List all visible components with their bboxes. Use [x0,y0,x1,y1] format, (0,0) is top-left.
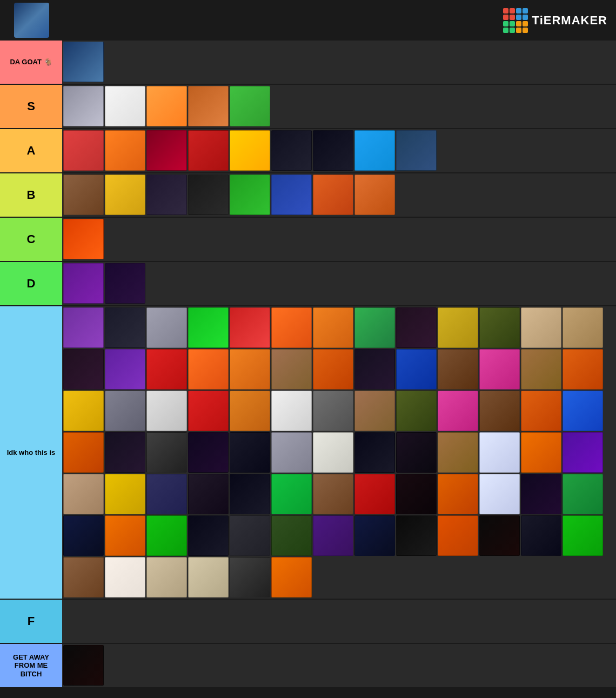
avatar-cell [354,349,395,390]
avatar-cell [188,349,229,390]
header-left [9,3,49,38]
avatar-cell [230,391,270,431]
tier-row-c: C [0,218,616,262]
header-avatar [14,3,49,38]
avatar-cell [479,515,520,556]
tier-content-s [62,85,616,128]
avatar-cell [479,391,520,431]
avatar-cell [105,86,145,126]
avatar-cell [479,474,520,514]
avatar-cell [105,349,145,390]
avatar-cell [105,474,145,514]
avatar-cell [146,474,187,514]
avatar-cell [313,349,353,390]
avatar-cell [313,391,353,431]
avatar-cell [230,86,270,126]
avatar-cell [438,515,478,556]
avatar-cell [396,515,437,556]
avatar-cell [63,515,104,556]
tier-content-d [62,262,616,305]
avatar-cell [313,515,353,556]
tier-label-getaway: GET AWAY FROM ME BITCH [0,644,62,687]
avatar-cell [563,307,603,348]
avatar-cell [438,349,478,390]
avatar-cell [479,307,520,348]
avatar-cell [188,86,229,126]
tier-content-da-goat [62,41,616,84]
avatar-cell [230,307,270,348]
avatar-cell [438,474,478,514]
tier-label-a: A [0,129,62,172]
avatar-cell [105,557,145,598]
avatar-cell [521,432,561,473]
tier-label-c: C [0,218,62,261]
avatar-cell [521,391,561,431]
avatar-cell [230,349,270,390]
avatar-cell [188,391,229,431]
avatar-cell [271,391,312,431]
avatar-cell [63,474,104,514]
tier-row-d: D [0,262,616,306]
tier-label-f: F [0,600,62,643]
avatar-cell [146,86,187,126]
avatar-cell [63,42,104,82]
avatar-cell [230,515,270,556]
avatar-cell [271,432,312,473]
tiermaker-logo: TiERMAKER [503,8,607,33]
avatar-cell [105,432,145,473]
avatar-cell [396,130,437,171]
avatar-cell [188,432,229,473]
avatar-cell [230,174,270,215]
logo-text: TiERMAKER [532,14,607,28]
avatar-cell [146,174,187,215]
avatar-cell [146,557,187,598]
tier-content-c [62,218,616,261]
avatar-cell [230,474,270,514]
avatar-cell [63,391,104,431]
avatar-cell [313,307,353,348]
tier-content-a [62,129,616,172]
avatar-cell [188,307,229,348]
avatar-cell [396,307,437,348]
avatar-cell [105,515,145,556]
tier-content-getaway [62,644,616,687]
tier-row-a: A [0,129,616,173]
avatar-cell [479,432,520,473]
avatar-cell [438,307,478,348]
avatar-cell [354,130,395,171]
avatar-cell [105,174,145,215]
avatar-cell [146,307,187,348]
logo-grid [503,8,528,33]
avatar-cell [188,474,229,514]
tier-label-s: S [0,85,62,128]
avatar-cell [396,349,437,390]
tier-list: DA GOAT 🐐SABCDIdk who this isFGET AWAY F… [0,41,616,688]
avatar-cell [105,130,145,171]
avatar-cell [271,557,312,598]
avatar-cell [563,432,603,473]
avatar-cell [146,349,187,390]
avatar-cell [438,391,478,431]
tier-label-da-goat: DA GOAT 🐐 [0,41,62,84]
avatar-cell [188,557,229,598]
avatar-cell [146,432,187,473]
avatar-cell [188,130,229,171]
avatar-cell [105,263,145,304]
avatar-cell [271,474,312,514]
tier-label-d: D [0,262,62,305]
avatar-cell [354,515,395,556]
avatar-cell [313,130,353,171]
tier-content-b [62,173,616,217]
tier-label-b: B [0,173,62,217]
avatar-cell [521,515,561,556]
tier-content-idk [62,306,616,599]
avatar-cell [271,307,312,348]
avatar-cell [479,349,520,390]
avatar-cell [563,474,603,514]
avatar-cell [188,174,229,215]
avatar-cell [63,432,104,473]
avatar-cell [354,307,395,348]
avatar-cell [521,349,561,390]
avatar-cell [563,349,603,390]
avatar-cell [271,174,312,215]
